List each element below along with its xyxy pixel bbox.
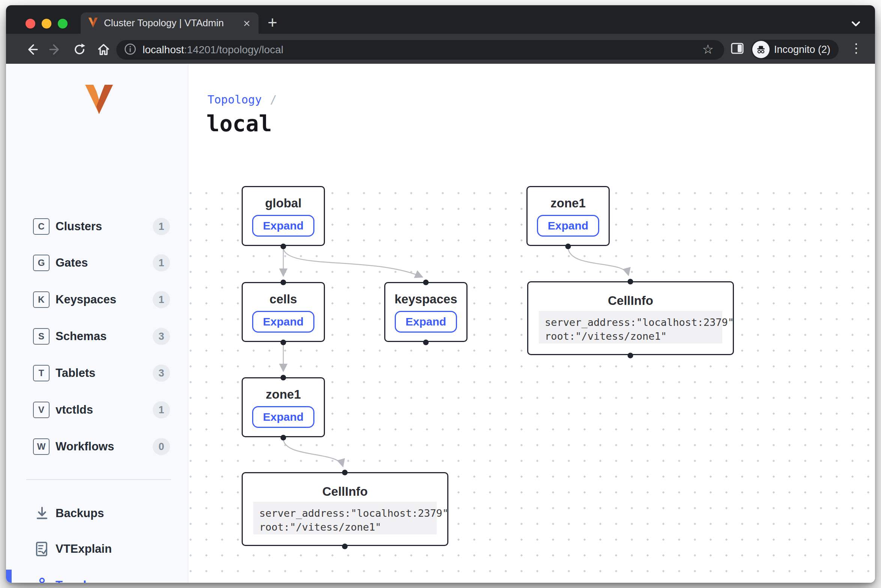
sidebar-item-label: Keyspaces xyxy=(56,293,116,306)
sidebar-item-label: Tablets xyxy=(56,366,95,380)
sidebar-item-gates[interactable]: G Gates 1 xyxy=(6,250,188,275)
code-line: root:"/vitess/zone1" xyxy=(545,330,667,342)
window-zoom-button[interactable] xyxy=(58,19,68,28)
clusters-letter-icon: C xyxy=(33,218,50,235)
forward-icon[interactable] xyxy=(47,41,64,58)
sidebar-item-label: vtctlds xyxy=(56,403,93,417)
sidebar-item-keyspaces[interactable]: K Keyspaces 1 xyxy=(6,287,188,312)
topology-graph-icon xyxy=(34,577,50,583)
node-cells[interactable]: cells Expand xyxy=(242,282,325,342)
count-badge: 3 xyxy=(153,328,170,345)
node-keyspaces[interactable]: keyspaces Expand xyxy=(384,282,468,342)
code-line: root:"/vitess/zone1" xyxy=(259,521,381,533)
node-cellinfo-right[interactable]: CellInfo server_address:"localhost:2379"… xyxy=(527,281,734,355)
browser-window: Cluster Topology | VTAdmin × + localh xyxy=(6,5,875,583)
site-info-icon[interactable] xyxy=(124,43,137,57)
vtexplain-document-icon xyxy=(34,541,50,557)
url-text: localhost:14201/topology/local xyxy=(143,44,283,56)
node-title: CellInfo xyxy=(528,294,733,308)
node-title: cells xyxy=(243,292,324,306)
sidebar-item-vtexplain[interactable]: VTExplain xyxy=(6,536,188,562)
reload-icon[interactable] xyxy=(71,41,88,58)
sidebar-item-label: Topology xyxy=(56,579,107,583)
window-close-button[interactable] xyxy=(26,19,35,28)
expand-button[interactable]: Expand xyxy=(252,311,314,333)
sidebar: C Clusters 1 G Gates 1 K Keyspaces 1 S S… xyxy=(6,64,188,583)
code-line: server_address:"localhost:2379" xyxy=(545,316,734,328)
cellinfo-code: server_address:"localhost:2379" root:"/v… xyxy=(539,311,722,344)
expand-button[interactable]: Expand xyxy=(252,215,314,237)
incognito-icon xyxy=(752,41,770,58)
sidebar-item-vtctlds[interactable]: V vtctlds 1 xyxy=(6,398,188,422)
count-badge: 1 xyxy=(153,291,170,308)
expand-button[interactable]: Expand xyxy=(537,215,599,237)
url-bar[interactable]: localhost:14201/topology/local ☆ xyxy=(116,40,724,60)
sidebar-item-schemas[interactable]: S Schemas 3 xyxy=(6,324,188,349)
count-badge: 3 xyxy=(153,364,170,382)
count-badge: 1 xyxy=(153,401,170,418)
node-title: CellInfo xyxy=(243,484,447,499)
node-zone1-top[interactable]: zone1 Expand xyxy=(526,186,610,246)
sidebar-item-label: Clusters xyxy=(56,220,102,233)
url-path: :14201/topology/local xyxy=(184,44,284,56)
vitess-logo-icon xyxy=(82,83,116,117)
node-title: keyspaces xyxy=(385,292,466,306)
home-icon[interactable] xyxy=(95,41,112,58)
side-panel-icon[interactable] xyxy=(731,43,744,56)
sidebar-item-backups[interactable]: Backups xyxy=(6,500,188,526)
breadcrumb-topology-link[interactable]: Topology xyxy=(207,93,262,106)
workflows-letter-icon: W xyxy=(33,438,50,455)
cellinfo-code: server_address:"localhost:2379" root:"/v… xyxy=(253,502,437,534)
incognito-badge[interactable]: Incognito (2) xyxy=(751,40,839,59)
tab-bar: Cluster Topology | VTAdmin × + xyxy=(6,5,875,34)
node-cellinfo-bottom[interactable]: CellInfo server_address:"localhost:2379"… xyxy=(242,472,448,546)
count-badge: 1 xyxy=(153,254,170,272)
gates-letter-icon: G xyxy=(33,255,50,271)
tablets-letter-icon: T xyxy=(33,365,50,381)
page-title: local xyxy=(206,111,272,136)
browser-tab[interactable]: Cluster Topology | VTAdmin × xyxy=(81,12,259,34)
vtctlds-letter-icon: V xyxy=(33,402,50,418)
active-nav-indicator xyxy=(6,570,12,583)
sidebar-item-label: Backups xyxy=(56,507,104,520)
sidebar-item-label: Workflows xyxy=(56,440,114,453)
sidebar-item-tablets[interactable]: T Tablets 3 xyxy=(6,361,188,386)
browser-menu-icon[interactable]: ⋮ xyxy=(849,40,863,56)
count-badge: 1 xyxy=(153,218,170,235)
back-icon[interactable] xyxy=(23,41,40,58)
schemas-letter-icon: S xyxy=(33,328,50,345)
sidebar-item-label: VTExplain xyxy=(56,542,112,556)
node-title: global xyxy=(243,196,324,210)
expand-button[interactable]: Expand xyxy=(395,311,457,333)
sidebar-item-clusters[interactable]: C Clusters 1 xyxy=(6,214,188,239)
breadcrumb: Topology/ xyxy=(207,93,277,106)
sidebar-item-label: Gates xyxy=(56,256,88,270)
tab-title: Cluster Topology | VTAdmin xyxy=(104,17,236,29)
expand-button[interactable]: Expand xyxy=(252,406,314,428)
node-title: zone1 xyxy=(528,196,609,210)
backups-download-icon xyxy=(34,505,50,522)
sidebar-item-workflows[interactable]: W Workflows 0 xyxy=(6,434,188,459)
new-tab-button[interactable]: + xyxy=(265,15,280,30)
count-badge: 0 xyxy=(153,438,170,455)
node-global[interactable]: global Expand xyxy=(242,186,325,246)
breadcrumb-separator: / xyxy=(270,93,277,106)
tab-search-chevron-icon[interactable] xyxy=(850,20,861,29)
bookmark-star-icon[interactable]: ☆ xyxy=(702,42,714,57)
sidebar-divider xyxy=(26,479,171,480)
code-line: server_address:"localhost:2379" xyxy=(259,507,448,519)
tab-close-icon[interactable]: × xyxy=(242,17,252,29)
url-host: localhost xyxy=(143,44,184,56)
keyspaces-letter-icon: K xyxy=(33,291,50,308)
node-zone1-mid[interactable]: zone1 Expand xyxy=(242,377,325,437)
node-title: zone1 xyxy=(243,387,324,402)
sidebar-item-topology[interactable]: Topology xyxy=(6,572,188,583)
favicon-vitess-icon xyxy=(87,17,99,30)
incognito-label: Incognito (2) xyxy=(774,44,830,56)
window-minimize-button[interactable] xyxy=(42,19,51,28)
sidebar-item-label: Schemas xyxy=(56,330,107,343)
